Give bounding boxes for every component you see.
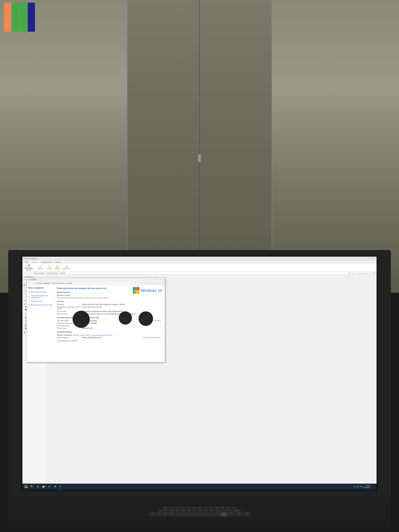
privacy-overlay-3	[139, 311, 153, 326]
refresh-button[interactable]: ↻	[349, 272, 350, 274]
back-button[interactable]: ‹	[23, 272, 26, 274]
taskbar: 🔍 ⊟ 📁 🛒 ✉ 🖥	[22, 484, 377, 490]
key-ctrl-left[interactable]: Ctrl	[148, 512, 156, 516]
svg-rect-4	[25, 485, 26, 487]
key-5[interactable]: 5 %	[187, 509, 192, 512]
key-7[interactable]: 7 &	[198, 509, 203, 512]
key-1[interactable]: 1 !	[164, 509, 169, 512]
system-tray: 🌐 🔊 УКР 10:44 29.03.2021 |	[353, 484, 376, 489]
license-link[interactable]: Прочитати умови ліцензії на програмний п…	[73, 334, 112, 336]
close-button[interactable]: ✕	[371, 257, 375, 260]
key-f6[interactable]: F6	[197, 507, 202, 509]
tray-network-icon[interactable]: 🌐	[354, 486, 356, 488]
key-0[interactable]: 0 )	[215, 509, 220, 512]
active-app-icon: 🖥	[59, 486, 61, 487]
key-tilde[interactable]: ` ~	[158, 509, 163, 512]
key-alt-right[interactable]: Alt	[215, 512, 220, 516]
key-end[interactable]: END	[244, 512, 251, 516]
path-arrow-1: ›	[46, 272, 46, 274]
ribbon-tabs: Файл Основне Спільний доступ Вигляд	[22, 260, 377, 264]
task-view-button[interactable]: ⊟	[35, 484, 41, 489]
tab-view[interactable]: Вигляд	[54, 261, 62, 263]
key-f5[interactable]: F5	[191, 507, 196, 509]
open-icon: 📂	[56, 266, 59, 268]
key-8[interactable]: 8 *	[204, 509, 209, 512]
key-home[interactable]: HOME	[235, 512, 243, 516]
path-arrow-2: ›	[59, 272, 59, 274]
key-minus[interactable]: - _	[221, 509, 226, 512]
taskbar-app-explorer[interactable]: 📁	[41, 484, 46, 489]
key-f9[interactable]: F9	[214, 507, 219, 509]
advanced-settings-link[interactable]: ⚙ Додаткові настройки системи	[26, 303, 54, 307]
key-f12[interactable]: F12	[231, 507, 236, 509]
tray-volume-icon[interactable]: 🔊	[356, 486, 359, 488]
store-taskbar-icon: 🛒	[48, 485, 51, 488]
dialog-up-button[interactable]: ↑	[33, 282, 36, 284]
forward-button[interactable]: ›	[26, 272, 29, 274]
key-esc[interactable]: Esc	[163, 507, 168, 509]
show-desktop-button[interactable]: |	[371, 484, 375, 489]
dialog-search-box[interactable]: Пошук на панелі керування 🔍	[143, 282, 164, 284]
dialog-minimize[interactable]: ─	[150, 278, 154, 281]
key-6[interactable]: 6 ^	[192, 509, 197, 512]
key-del[interactable]: DEL	[228, 512, 234, 516]
key-f7[interactable]: F7	[203, 507, 208, 509]
key-f11[interactable]: F11	[226, 507, 230, 509]
change-key-button[interactable]: 🔑 Змінити ключ продукту	[143, 337, 161, 338]
taskbar-app-mail[interactable]: ✉	[52, 484, 58, 489]
taskbar-app-active[interactable]: 🖥	[58, 484, 62, 489]
create-button[interactable]: 📁 Створити	[46, 265, 53, 270]
key-f3[interactable]: F3	[180, 507, 185, 509]
tab-file[interactable]: Файл	[23, 261, 30, 263]
key-f4[interactable]: F4	[186, 507, 191, 509]
privacy-overlay-2	[119, 311, 132, 325]
svg-rect-3	[136, 291, 139, 294]
open-button[interactable]: 📂 Відкрити	[54, 265, 61, 270]
tab-share[interactable]: Спільний доступ	[39, 261, 54, 263]
up-button[interactable]: ↑	[30, 272, 32, 274]
remote-settings-link[interactable]: 🔗 Настройки віддаленого підключення	[26, 294, 54, 299]
binder-blue	[28, 3, 35, 32]
select-all-button[interactable]: ☑ Видалити все	[62, 265, 71, 270]
key-2[interactable]: 2 @	[170, 509, 175, 512]
tray-clock[interactable]: 10:44 29.03.2021	[363, 485, 370, 488]
key-9[interactable]: 9 (	[209, 509, 214, 512]
key-f2[interactable]: F2	[174, 507, 179, 509]
cut-button[interactable]: ✂ Вирізати	[37, 265, 43, 270]
key-equals[interactable]: = +	[226, 509, 231, 512]
key-f8[interactable]: F8	[209, 507, 214, 509]
search-taskbar-button[interactable]: 🔍	[29, 484, 35, 489]
keyboard-area: Esc F1 F2 F3 F4 F5 F6 F7 F8 F9 F10 F11 F…	[8, 496, 391, 527]
system-section-title: Система	[57, 300, 162, 303]
remote-icon: 🔗	[28, 296, 30, 298]
search-box[interactable]: Пошук на панелі керування 🔍	[351, 272, 372, 274]
taskbar-app-store[interactable]: 🛒	[46, 484, 52, 489]
address-path-display[interactable]: Панель керування › Система й безпека › С…	[33, 272, 348, 274]
dialog-maximize[interactable]: ☐	[154, 278, 159, 281]
key-4[interactable]: 4 $	[181, 509, 186, 512]
help-button[interactable]: ?	[373, 272, 376, 275]
key-space[interactable]	[174, 512, 214, 516]
dialog-forward-button[interactable]: ›	[30, 282, 33, 284]
tab-home[interactable]: Основне	[30, 261, 39, 263]
pin-button[interactable]: 📌 Закріпити на панелі швидкого доступу	[24, 264, 34, 271]
key-ins[interactable]: INSInsert	[221, 512, 227, 516]
key-win[interactable]: ⊞	[163, 512, 168, 516]
key-f10[interactable]: F10	[220, 507, 225, 509]
key-backspace[interactable]: Backspace	[232, 509, 241, 512]
key-f1[interactable]: F1	[169, 507, 174, 509]
dialog-back-button[interactable]: ‹	[27, 282, 30, 284]
binder-green	[12, 3, 19, 32]
pics2-icon: 🖼	[25, 317, 26, 318]
system-protection-link[interactable]: 🛡 Захист системи	[26, 299, 54, 303]
dialog-refresh-button[interactable]: ↻	[141, 282, 142, 284]
device-manager-link[interactable]: ⚙ Диспетчер пристроїв	[26, 290, 54, 294]
maximize-button[interactable]: ☐	[366, 257, 371, 260]
dialog-close[interactable]: ✕	[159, 278, 164, 281]
file-explorer-titlebar: Файловий провідник ─ ☐ ✕	[22, 257, 377, 260]
key-alt-left[interactable]: Alt	[169, 512, 174, 516]
minimize-button[interactable]: ─	[361, 257, 366, 260]
key-3[interactable]: 3 #	[175, 509, 180, 512]
key-fn[interactable]: Fn	[157, 512, 162, 516]
start-button[interactable]	[23, 484, 29, 490]
